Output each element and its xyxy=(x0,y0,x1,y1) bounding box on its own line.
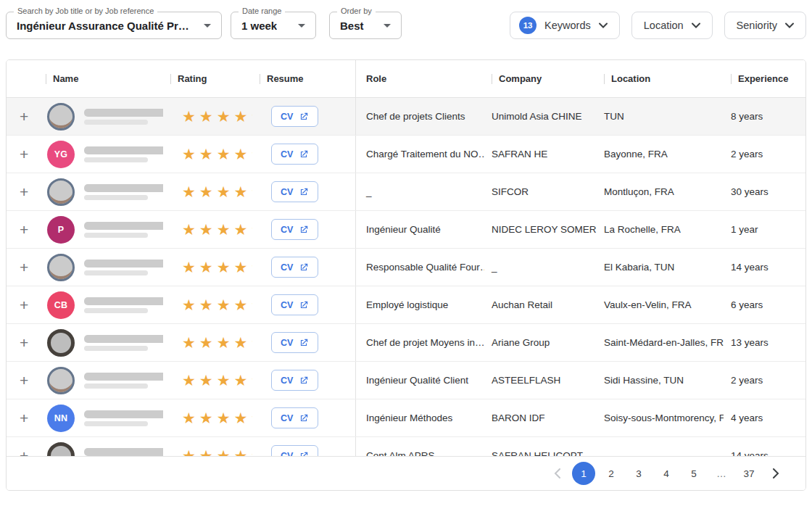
cv-button[interactable]: CV xyxy=(271,257,318,278)
location-cell: Soisy-sous-Montmorency, FR xyxy=(597,399,724,436)
rating-stars: ★★★★★ xyxy=(163,211,252,248)
previous-page-button[interactable] xyxy=(546,463,568,484)
seniority-filter-button[interactable]: Seniority xyxy=(724,12,806,39)
redacted-name xyxy=(84,373,163,389)
avatar: P xyxy=(47,216,75,244)
resume-cell: CV xyxy=(252,211,355,248)
role-cell: Ingénieur Méthodes xyxy=(355,399,484,436)
cv-button[interactable]: CV xyxy=(271,370,318,391)
expand-row-button[interactable]: + xyxy=(14,146,28,162)
table-row[interactable]: + P ★★★★★ CV Ingénieur Qualité NIDEC LE xyxy=(7,211,805,249)
company-cell: Auchan Retail xyxy=(484,286,597,323)
cv-button[interactable]: CV xyxy=(271,219,318,240)
expand-row-button[interactable]: + xyxy=(14,448,28,456)
cv-button[interactable]: CV xyxy=(271,294,318,315)
external-link-icon xyxy=(299,149,309,159)
role-cell: Ingénieur Qualité Client xyxy=(355,362,484,399)
table-row[interactable]: + ★★★★☆★ CV Ingénieur Qualité Client A xyxy=(7,362,805,399)
role-cell: _ xyxy=(355,173,484,210)
cv-label: CV xyxy=(281,413,293,423)
keywords-filter-button[interactable]: 13 Keywords xyxy=(510,12,620,39)
order-by-value: Best xyxy=(340,20,364,32)
page-button-active[interactable]: 1 xyxy=(572,462,595,485)
cv-button[interactable]: CV xyxy=(271,332,318,353)
cv-button[interactable]: CV xyxy=(271,181,318,202)
expand-cell: + xyxy=(7,324,38,361)
avatar xyxy=(47,442,75,457)
page-button[interactable]: 5 xyxy=(682,462,705,485)
star-full-icon: ★ xyxy=(233,146,247,162)
star-full-icon: ★ xyxy=(182,373,196,388)
expand-cell: + xyxy=(7,362,38,399)
star-full-icon: ★ xyxy=(217,222,231,237)
external-link-icon xyxy=(299,376,309,386)
rating-stars: ★★★★★ xyxy=(163,249,252,286)
expand-row-button[interactable]: + xyxy=(14,260,28,275)
col-header-experience: Experience xyxy=(724,60,805,97)
star-full-icon: ★ xyxy=(217,448,231,456)
star-half-icon: ☆★ xyxy=(251,448,252,456)
expand-row-button[interactable]: + xyxy=(14,297,28,312)
rating-stars: ★★★★★ xyxy=(163,173,252,210)
name-cell xyxy=(38,173,163,210)
table-row[interactable]: + CB ★★★★★ CV Employé logistique Auchan xyxy=(7,286,805,324)
company-cell: BARON IDF xyxy=(484,399,597,436)
date-range-label: Date range xyxy=(239,7,285,15)
role-cell: Chef de projets Clients xyxy=(355,98,484,135)
company-cell: SIFCOR xyxy=(484,173,597,210)
table-row[interactable]: + ★★★★★ CV Chef de projets Clients Uni xyxy=(7,98,805,136)
location-cell: TUN xyxy=(597,98,724,135)
expand-row-button[interactable]: + xyxy=(14,410,28,426)
table-row[interactable]: + NN ★★★★☆★ CV Ingénieur Méthodes BARON xyxy=(7,399,805,437)
company-cell: ASTEELFLASH xyxy=(484,362,597,399)
expand-cell: + xyxy=(7,211,38,248)
star-full-icon: ★ xyxy=(199,448,213,456)
dropdown-caret-icon xyxy=(384,24,391,28)
dropdown-caret-icon xyxy=(204,24,211,28)
location-filter-button[interactable]: Location xyxy=(631,12,713,39)
table-row[interactable]: + ★★★★☆★ CV Cont Alm APRS SAFRAN HELIC xyxy=(7,437,805,456)
cv-button[interactable]: CV xyxy=(271,445,318,456)
rating-stars: ★★★★★ xyxy=(163,324,252,361)
avatar: CB xyxy=(47,291,75,319)
page-button[interactable]: 4 xyxy=(655,462,678,485)
page-button[interactable]: 2 xyxy=(600,462,623,485)
company-cell: Ariane Group xyxy=(484,324,597,361)
expand-row-button[interactable]: + xyxy=(14,373,28,388)
candidate-search-page: Search by Job title or by Job reference … xyxy=(0,0,812,491)
job-search-select[interactable]: Search by Job title or by Job reference … xyxy=(6,12,222,39)
table-row[interactable]: + ★★★★★ CV _ SIFCOR Montluçon, xyxy=(7,173,805,211)
expand-row-button[interactable]: + xyxy=(14,109,28,124)
star-full-icon: ★ xyxy=(182,222,196,237)
experience-cell: 30 years xyxy=(724,173,805,210)
star-full-icon: ★ xyxy=(182,146,196,162)
col-header-name: Name xyxy=(38,60,163,97)
next-page-button[interactable] xyxy=(765,463,787,484)
expand-row-button[interactable]: + xyxy=(14,335,28,350)
expand-row-button[interactable]: + xyxy=(14,184,28,199)
expand-row-button[interactable]: + xyxy=(14,222,28,237)
cv-button[interactable]: CV xyxy=(271,407,318,428)
redacted-name xyxy=(84,109,163,125)
star-full-icon: ★ xyxy=(233,260,247,275)
job-search-label: Search by Job title or by Job reference xyxy=(14,7,157,15)
star-full-icon: ★ xyxy=(233,297,247,312)
page-button[interactable]: 37 xyxy=(737,462,761,485)
table-row[interactable]: + YG ★★★★★ CV Chargé Traitement du NO… xyxy=(7,136,805,173)
page-button[interactable]: 3 xyxy=(627,462,650,485)
table-row[interactable]: + ★★★★★ CV Responsable Qualité Four… _ xyxy=(7,249,805,286)
expand-cell: + xyxy=(7,173,38,210)
location-cell xyxy=(597,437,724,456)
expand-cell: + xyxy=(7,249,38,286)
star-full-icon: ★ xyxy=(217,297,231,312)
cv-button[interactable]: CV xyxy=(271,106,318,127)
cv-label: CV xyxy=(281,300,293,310)
date-range-select[interactable]: Date range 1 week xyxy=(231,12,316,39)
table-row[interactable]: + ★★★★★ CV Chef de projet Moyens in… A xyxy=(7,324,805,362)
cv-label: CV xyxy=(281,112,293,122)
cv-label: CV xyxy=(281,376,293,386)
role-cell: Employé logistique xyxy=(355,286,484,323)
cv-button[interactable]: CV xyxy=(271,144,318,165)
order-by-select[interactable]: Order by Best xyxy=(329,12,402,39)
resume-cell: CV xyxy=(252,324,355,361)
